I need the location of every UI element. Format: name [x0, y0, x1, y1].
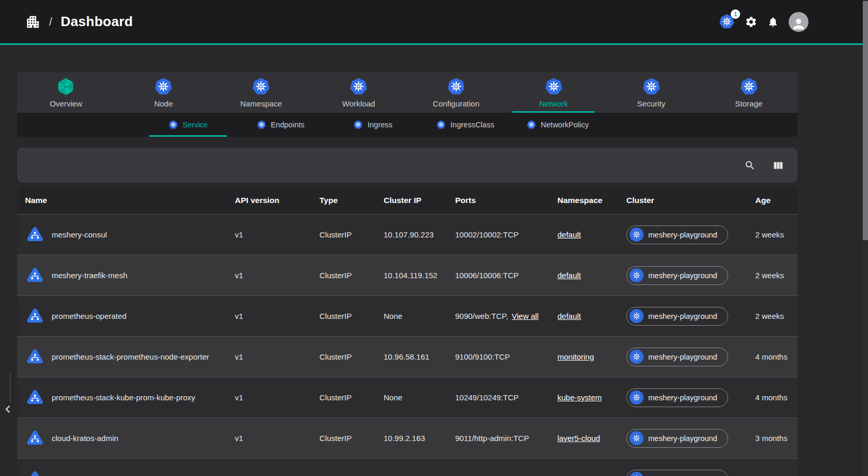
table-row[interactable]: meshery-consul v1 ClusterIP 10.107.90.22… [17, 214, 798, 255]
cluster-chip-label: meshery-playground [648, 231, 717, 239]
service-name-cell: prometheus-stack-prometheus-node-exporte… [25, 347, 235, 367]
namespace-link[interactable]: monitoring [557, 352, 594, 361]
cluster-chip[interactable]: meshery-playground [626, 307, 728, 326]
age-cell: 2 weeks [755, 312, 790, 320]
ports-cell: 9090/web:TCP, View all [455, 312, 557, 320]
kubernetes-context-button[interactable]: 1 [719, 14, 735, 30]
column-header-cluster[interactable]: Cluster [626, 196, 755, 205]
sub-tab-ingressclass[interactable]: IngressClass [419, 113, 512, 137]
main-tab-network[interactable]: Network [505, 72, 602, 113]
sub-tab-label: Endpoints [271, 121, 305, 129]
service-icon [25, 429, 45, 448]
sub-tab-ingress[interactable]: Ingress [327, 113, 419, 137]
view-all-link[interactable]: View all [512, 312, 538, 320]
notifications-bell-icon[interactable] [767, 16, 779, 28]
cluster-chip[interactable]: meshery-playground [626, 470, 728, 476]
namespace-link[interactable]: default [557, 230, 581, 239]
cluster-chip[interactable]: meshery-playground [626, 225, 728, 244]
page-title: Dashboard [61, 14, 133, 30]
table-body: meshery-consul v1 ClusterIP 10.107.90.22… [17, 214, 798, 476]
column-header-namespace[interactable]: Namespace [557, 196, 626, 205]
resource-tabs-card: Overview Node Namespace Workload Configu… [17, 72, 798, 137]
main-tab-security[interactable]: Security [602, 72, 700, 113]
column-header-type[interactable]: Type [319, 196, 384, 205]
kubernetes-icon [629, 350, 644, 364]
ports-cell: 10249/10249:TCP [455, 393, 557, 402]
sub-tab-endpoints[interactable]: Endpoints [234, 113, 327, 137]
main-tab-label: Node [154, 99, 173, 108]
table-row[interactable]: prometheus-stack-kube-prom-kube-proxy v1… [17, 377, 798, 418]
cluster-chip-label: meshery-playground [648, 394, 717, 402]
api-version-cell: v1 [235, 393, 319, 402]
main-tab-overview[interactable]: Overview [17, 72, 115, 113]
cluster-chip[interactable]: meshery-playground [626, 388, 728, 407]
column-header-api-version[interactable]: API version [235, 196, 319, 205]
cluster-chip[interactable]: meshery-playground [626, 429, 728, 448]
table-row[interactable]: meshery- meshery-playground [17, 458, 798, 476]
namespace-link[interactable]: layer5-cloud [557, 434, 600, 443]
type-cell: ClusterIP [319, 312, 384, 320]
organization-logo-icon[interactable] [25, 14, 41, 30]
collapse-panel-chevron-left-icon[interactable] [1, 402, 15, 416]
cluster-ip-cell: 10.99.2.163 [384, 434, 455, 443]
kubernetes-icon [436, 120, 446, 129]
column-header-cluster-ip[interactable]: Cluster IP [384, 196, 455, 205]
cluster-chip[interactable]: meshery-playground [626, 266, 728, 285]
ports-value: 10002/10002:TCP [455, 230, 519, 239]
table-row[interactable]: prometheus-operated v1 ClusterIP None 90… [17, 295, 798, 336]
cluster-chip-label: meshery-playground [648, 312, 717, 320]
namespace-link[interactable]: kube-system [557, 393, 602, 402]
settings-gear-icon[interactable] [745, 16, 757, 28]
kubernetes-icon [740, 77, 758, 96]
service-name: cloud-kratos-admin [52, 434, 118, 443]
context-count-badge: 1 [731, 9, 740, 19]
main-tabs: Overview Node Namespace Workload Configu… [17, 72, 798, 113]
column-header-ports[interactable]: Ports [455, 196, 557, 205]
column-header-name[interactable]: Name [25, 196, 235, 205]
cluster-chip[interactable]: meshery-playground [626, 348, 728, 366]
main-tab-configuration[interactable]: Configuration [408, 72, 505, 113]
kubernetes-icon [169, 120, 178, 129]
namespace-cell: kube-system [557, 393, 626, 402]
main-tab-storage[interactable]: Storage [700, 72, 798, 113]
sub-tab-label: NetworkPolicy [541, 121, 589, 129]
sub-tab-service[interactable]: Service [142, 113, 234, 137]
namespace-link[interactable]: default [557, 312, 581, 320]
service-name: prometheus-stack-kube-prom-kube-proxy [52, 393, 195, 402]
table-row[interactable]: meshery-traefik-mesh v1 ClusterIP 10.104… [17, 255, 798, 295]
service-name: meshery-traefik-mesh [52, 271, 127, 280]
search-icon[interactable] [744, 160, 756, 171]
main-tab-label: Security [637, 99, 665, 108]
ports-cell: 9100/9100:TCP [455, 352, 557, 361]
sub-tab-networkpolicy[interactable]: NetworkPolicy [512, 113, 604, 137]
kubernetes-icon [629, 228, 644, 242]
namespace-link[interactable]: default [557, 271, 581, 280]
type-cell: ClusterIP [319, 434, 384, 443]
ports-value: 9100/9100:TCP [455, 352, 510, 361]
namespace-cell: default [557, 312, 626, 320]
scrollbar-thumb[interactable] [863, 1, 868, 240]
cluster-chip-label: meshery-playground [648, 271, 717, 280]
namespace-cell: default [557, 230, 626, 239]
kubernetes-icon [629, 390, 644, 404]
main-tab-workload[interactable]: Workload [310, 72, 408, 113]
service-name-cell [25, 469, 235, 476]
table-row[interactable]: cloud-kratos-admin v1 ClusterIP 10.99.2.… [17, 418, 798, 458]
type-cell: ClusterIP [319, 230, 384, 239]
kubernetes-icon [349, 77, 368, 96]
user-avatar[interactable] [789, 12, 808, 32]
cluster-cell: meshery-playground [626, 225, 755, 244]
view-columns-icon[interactable] [772, 160, 784, 171]
table-row[interactable]: prometheus-stack-prometheus-node-exporte… [17, 336, 798, 377]
ports-value: 9090/web:TCP, [455, 312, 508, 320]
sub-tab-label: IngressClass [450, 121, 494, 129]
ports-cell: 10002/10002:TCP [455, 230, 557, 239]
sub-tab-label: Service [183, 121, 208, 129]
service-name: prometheus-operated [52, 312, 126, 320]
main-tab-label: Namespace [240, 99, 282, 108]
column-header-age[interactable]: Age [755, 196, 790, 205]
main-tab-namespace[interactable]: Namespace [212, 72, 310, 113]
main-tab-node[interactable]: Node [115, 72, 212, 113]
header-actions: 1 [719, 12, 868, 32]
main-tab-label: Overview [50, 99, 82, 108]
